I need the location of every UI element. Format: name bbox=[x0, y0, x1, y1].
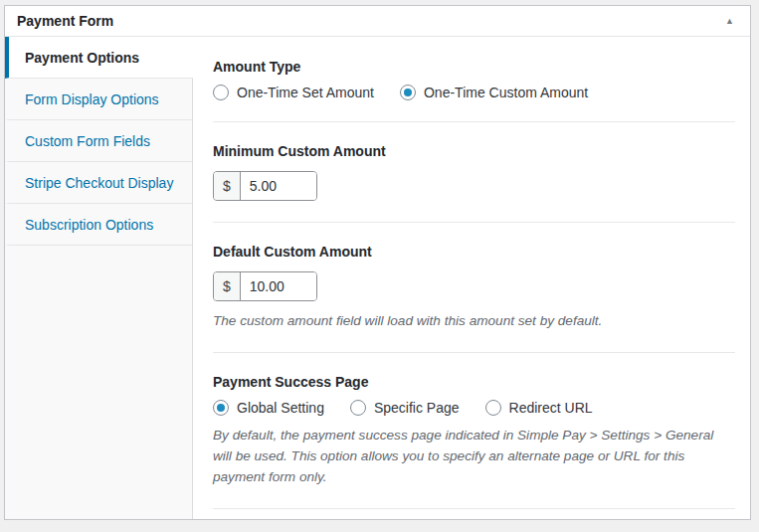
amount-type-section: Amount Type One-Time Set Amount One-Time… bbox=[213, 59, 735, 122]
tab-custom-form-fields[interactable]: Custom Form Fields bbox=[5, 120, 192, 162]
payment-success-radio-group: Global Setting Specific Page Redirect UR… bbox=[213, 400, 735, 416]
radio-specific-page[interactable]: Specific Page bbox=[350, 400, 460, 416]
radio-label: Global Setting bbox=[237, 400, 324, 416]
default-custom-amount-group: $ bbox=[213, 271, 317, 301]
default-custom-amount-input[interactable] bbox=[241, 272, 316, 300]
tab-label: Form Display Options bbox=[25, 91, 159, 107]
radio-button[interactable] bbox=[485, 400, 501, 416]
tab-label: Stripe Checkout Display bbox=[25, 175, 173, 191]
amount-type-radio-group: One-Time Set Amount One-Time Custom Amou… bbox=[213, 85, 735, 100]
amount-type-heading: Amount Type bbox=[213, 59, 735, 76]
payment-success-page-section: Payment Success Page Global Setting Spec… bbox=[213, 374, 735, 509]
radio-button[interactable] bbox=[350, 400, 366, 416]
metabox-header: Payment Form ▲ bbox=[5, 6, 750, 37]
minimum-custom-amount-group: $ bbox=[213, 171, 317, 201]
radio-one-time-set-amount[interactable]: One-Time Set Amount bbox=[213, 85, 374, 100]
radio-label: One-Time Custom Amount bbox=[424, 85, 588, 100]
default-custom-amount-help: The custom amount field will load with t… bbox=[213, 310, 735, 331]
tab-form-display-options[interactable]: Form Display Options bbox=[5, 79, 192, 120]
collapse-arrow-icon: ▲ bbox=[725, 16, 734, 26]
radio-one-time-custom-amount[interactable]: One-Time Custom Amount bbox=[400, 85, 588, 100]
radio-button[interactable] bbox=[213, 400, 229, 416]
tab-stripe-checkout-display[interactable]: Stripe Checkout Display bbox=[5, 162, 192, 204]
minimum-custom-amount-input[interactable] bbox=[241, 172, 316, 200]
minimum-custom-amount-heading: Minimum Custom Amount bbox=[213, 143, 735, 160]
radio-button[interactable] bbox=[400, 85, 416, 100]
currency-symbol: $ bbox=[214, 272, 241, 300]
payment-form-metabox: Payment Form ▲ Payment Options Form Disp… bbox=[4, 5, 751, 520]
currency-symbol: $ bbox=[214, 172, 241, 200]
metabox-body: Payment Options Form Display Options Cus… bbox=[5, 37, 750, 519]
default-custom-amount-section: Default Custom Amount $ The custom amoun… bbox=[213, 244, 735, 353]
settings-tab-nav: Payment Options Form Display Options Cus… bbox=[5, 37, 193, 519]
tab-label: Payment Options bbox=[25, 50, 139, 66]
radio-label: One-Time Set Amount bbox=[237, 85, 374, 100]
default-custom-amount-heading: Default Custom Amount bbox=[213, 244, 735, 261]
radio-redirect-url[interactable]: Redirect URL bbox=[485, 400, 593, 416]
radio-label: Redirect URL bbox=[509, 400, 593, 416]
metabox-title: Payment Form bbox=[17, 13, 113, 29]
radio-label: Specific Page bbox=[374, 400, 460, 416]
tab-label: Subscription Options bbox=[25, 217, 153, 233]
radio-global-setting[interactable]: Global Setting bbox=[213, 400, 324, 416]
minimum-custom-amount-section: Minimum Custom Amount $ bbox=[213, 143, 735, 223]
payment-success-page-heading: Payment Success Page bbox=[213, 374, 735, 391]
tab-label: Custom Form Fields bbox=[25, 133, 150, 149]
payment-options-panel: Amount Type One-Time Set Amount One-Time… bbox=[193, 37, 750, 519]
tab-subscription-options[interactable]: Subscription Options bbox=[5, 204, 192, 246]
tab-payment-options[interactable]: Payment Options bbox=[5, 37, 193, 79]
payment-success-page-help: By default, the payment success page ind… bbox=[213, 425, 735, 487]
radio-button[interactable] bbox=[213, 85, 229, 100]
collapse-toggle-button[interactable]: ▲ bbox=[721, 13, 738, 30]
